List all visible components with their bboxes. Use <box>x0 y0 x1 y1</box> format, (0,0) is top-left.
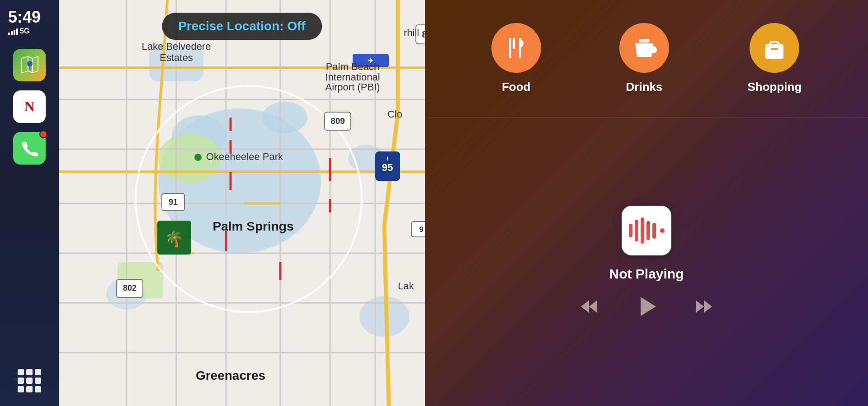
svg-text:Airport (PBI): Airport (PBI) <box>325 81 380 93</box>
map-view: 807 809 91 802 I 95 9 🌴 ✈ Lake Belvedere… <box>59 0 425 406</box>
news-icon: N <box>18 95 41 118</box>
clock: 5:49 <box>8 9 41 25</box>
svg-rect-67 <box>639 39 650 42</box>
playback-controls <box>579 295 714 318</box>
svg-text:Clo: Clo <box>387 109 402 120</box>
news-app-icon[interactable]: N <box>13 90 46 123</box>
svg-rect-69 <box>771 48 778 50</box>
svg-marker-73 <box>696 300 704 313</box>
coffee-cup-icon <box>631 34 658 61</box>
svg-text:Palm Beach: Palm Beach <box>326 61 380 72</box>
precise-location-banner: Precise Location: Off <box>162 13 322 40</box>
svg-text:802: 802 <box>123 283 137 293</box>
maps-app-icon[interactable] <box>13 49 46 81</box>
svg-text:Lak: Lak <box>398 280 414 292</box>
svg-text:Palm Springs: Palm Springs <box>213 219 294 233</box>
svg-rect-65 <box>513 38 515 49</box>
svg-point-0 <box>27 61 33 66</box>
category-food[interactable]: Food <box>491 23 541 94</box>
svg-rect-68 <box>765 44 783 59</box>
svg-text:Lake Belvedere: Lake Belvedere <box>142 41 211 52</box>
category-drinks[interactable]: Drinks <box>619 23 669 94</box>
podcast-waveform-icon <box>629 217 665 244</box>
phone-app-icon[interactable] <box>13 132 46 165</box>
fast-forward-button[interactable] <box>694 297 714 316</box>
svg-text:95: 95 <box>382 162 393 173</box>
phone-badge <box>39 130 47 138</box>
grid-dots-icon <box>18 369 41 392</box>
svg-marker-72 <box>641 297 656 316</box>
signal-row: 5G <box>8 27 29 35</box>
podcast-dot-icon <box>660 228 665 233</box>
fast-forward-icon <box>694 297 714 316</box>
category-shopping[interactable]: Shopping <box>747 23 802 94</box>
signal-type: 5G <box>20 27 29 35</box>
maps-icon <box>18 54 41 76</box>
svg-point-59 <box>194 154 202 161</box>
svg-text:Greenacres: Greenacres <box>196 368 265 382</box>
status-bar: 5:49 5G <box>0 9 59 35</box>
sidebar: 5:49 5G N <box>0 0 59 406</box>
right-panels: Food Drinks Shopping <box>425 0 868 406</box>
play-icon <box>635 295 658 318</box>
not-playing-status: Not Playing <box>609 266 684 282</box>
svg-text:91: 91 <box>169 198 178 207</box>
categories-panel: Food Drinks Shopping <box>425 0 868 118</box>
food-label: Food <box>502 80 531 94</box>
svg-marker-70 <box>581 300 589 313</box>
fork-knife-icon <box>503 34 530 61</box>
shopping-bag-icon <box>761 34 788 61</box>
app-grid-button[interactable] <box>18 369 41 397</box>
food-icon-circle <box>491 23 541 73</box>
svg-text:Estates: Estates <box>160 52 193 63</box>
svg-text:807: 807 <box>422 29 425 39</box>
shopping-icon-circle <box>750 23 799 73</box>
podcasts-app-icon[interactable] <box>622 206 671 255</box>
app-icons-list: N <box>13 49 46 369</box>
svg-marker-71 <box>589 300 597 313</box>
svg-text:I: I <box>387 156 388 161</box>
drinks-label: Drinks <box>626 80 663 94</box>
svg-rect-64 <box>509 38 511 49</box>
play-button[interactable] <box>635 295 658 318</box>
rewind-button[interactable] <box>579 297 599 316</box>
shopping-label: Shopping <box>747 80 802 94</box>
music-panel: Not Playing <box>425 118 868 406</box>
drinks-icon-circle <box>619 23 669 73</box>
svg-text:🌴: 🌴 <box>165 230 184 248</box>
svg-marker-74 <box>704 300 712 313</box>
phone-icon <box>19 138 39 158</box>
svg-text:N: N <box>24 98 34 114</box>
svg-text:9: 9 <box>419 225 423 234</box>
svg-point-6 <box>262 102 307 133</box>
rewind-icon <box>579 297 599 316</box>
svg-text:809: 809 <box>330 116 345 126</box>
signal-bars-icon <box>8 27 18 35</box>
svg-text:Okeeheelee Park: Okeeheelee Park <box>206 151 283 162</box>
svg-text:rhill: rhill <box>404 27 419 38</box>
map-container[interactable]: 807 809 91 802 I 95 9 🌴 ✈ Lake Belvedere… <box>59 0 425 406</box>
